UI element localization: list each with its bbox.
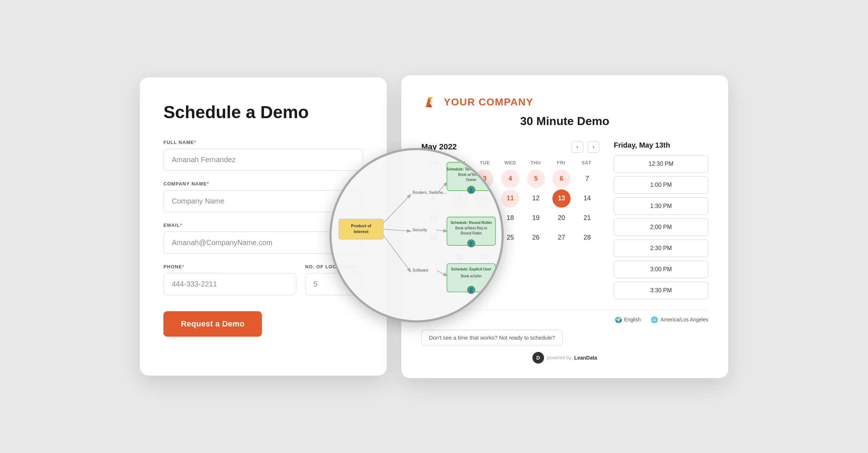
timezone-selector[interactable]: 🌐 America/Los Angeles (651, 316, 708, 323)
full-name-input[interactable] (163, 149, 363, 171)
svg-text:Interest: Interest (354, 229, 368, 234)
calendar-date[interactable]: 6 (552, 170, 571, 188)
svg-line-13 (436, 230, 447, 231)
flow-diagram-overlay: Product of Interest Routers, Switche... … (329, 148, 504, 322)
full-name-label: FULL NAME* (163, 140, 363, 145)
main-container: Schedule a Demo FULL NAME* COMPANY NAME*… (0, 0, 868, 453)
timezone-icon: 🌐 (651, 316, 658, 323)
calendar-date[interactable]: 26 (527, 229, 545, 247)
company-name-label: COMPANY NAME* (163, 181, 363, 187)
time-slot-button[interactable]: 1:00 PM (614, 176, 708, 194)
day-tue: TUE (472, 160, 498, 165)
calendar-date[interactable]: 7 (578, 170, 596, 188)
day-fri: FRI (548, 160, 574, 165)
time-slots-panel: Friday, May 13th 12:30 PM1:00 PM1:30 PM2… (614, 141, 708, 303)
full-name-group: FULL NAME* (163, 140, 363, 171)
company-logo-icon (421, 93, 439, 111)
company-name-group: COMPANY NAME* (163, 181, 363, 212)
calendar-header: May 2022 ‹ › (421, 141, 599, 153)
svg-text:Schedule: Round Robin: Schedule: Round Robin (451, 221, 492, 225)
calendar-footer: 🌍 English 🌐 America/Los Angeles (421, 310, 708, 323)
prev-month-button[interactable]: ‹ (572, 141, 583, 153)
phone-input[interactable] (163, 273, 296, 295)
company-header: YOUR COMPANY (421, 93, 708, 111)
next-month-button[interactable]: › (588, 141, 599, 153)
svg-text:👤: 👤 (469, 241, 474, 246)
company-name-label: YOUR COMPANY (444, 96, 534, 108)
calendar-date[interactable]: 5 (527, 170, 545, 188)
time-slot-button[interactable]: 3:00 PM (614, 261, 708, 278)
calendar-date[interactable]: 14 (578, 189, 596, 208)
calendar-date[interactable]: 25 (501, 229, 519, 247)
svg-line-14 (437, 270, 447, 276)
language-label: English (624, 317, 641, 322)
svg-text:Schedule: Explicit User: Schedule: Explicit User (451, 267, 491, 271)
calendar-date[interactable]: 12 (527, 189, 545, 208)
demo-title: 30 Minute Demo (421, 115, 708, 128)
calendar-date[interactable]: 27 (552, 229, 571, 247)
submit-button[interactable]: Request a Demo (163, 311, 262, 337)
svg-line-8 (384, 235, 411, 272)
svg-rect-3 (339, 219, 384, 239)
brand-name: LeanData (574, 355, 597, 361)
svg-line-7 (384, 229, 411, 231)
calendar-date[interactable]: 11 (501, 189, 519, 208)
form-title: Schedule a Demo (163, 103, 363, 122)
powered-by: D powered by LeanData (421, 352, 708, 364)
calendar-date[interactable]: 21 (578, 209, 596, 227)
selected-date-label: Friday, May 13th (614, 141, 708, 149)
day-sat: SAT (574, 160, 599, 165)
leandata-logo: D (532, 352, 544, 364)
svg-text:Book w/Next Rep in: Book w/Next Rep in (455, 226, 487, 230)
calendar-date[interactable]: 28 (578, 229, 596, 247)
svg-text:Product of: Product of (351, 224, 372, 228)
calendar-navigation: ‹ › (572, 141, 599, 153)
not-ready-text: Don't see a time that works? Not ready t… (429, 334, 555, 341)
calendar-date[interactable]: 13 (552, 189, 571, 208)
calendar-date[interactable]: 4 (501, 170, 519, 188)
svg-line-6 (384, 195, 411, 223)
time-slot-button[interactable]: 2:30 PM (614, 240, 708, 257)
svg-text:Routers, Switche...: Routers, Switche... (413, 190, 446, 195)
not-ready-box[interactable]: Don't see a time that works? Not ready t… (421, 330, 563, 345)
svg-text:👤: 👤 (469, 188, 474, 193)
day-thu: THU (523, 160, 548, 165)
svg-text:👤: 👤 (469, 288, 474, 293)
svg-text:Round Robin: Round Robin (461, 231, 482, 235)
calendar-date[interactable]: 20 (552, 209, 571, 227)
time-slot-button[interactable]: 12:30 PM (614, 155, 708, 173)
calendar-date[interactable]: 18 (501, 209, 519, 227)
timezone-label: America/Los Angeles (660, 317, 708, 322)
powered-by-label: powered by (547, 355, 571, 360)
time-slot-button[interactable]: 2:00 PM (614, 219, 708, 236)
phone-label: PHONE* (163, 264, 296, 269)
svg-text:Owner: Owner (466, 178, 477, 182)
svg-text:Security: Security (413, 228, 427, 232)
time-slot-button[interactable]: 1:30 PM (614, 197, 708, 215)
time-slots-container: 12:30 PM1:00 PM1:30 PM2:00 PM2:30 PM3:00… (614, 155, 708, 299)
svg-text:Software: Software (413, 268, 429, 272)
flow-diagram-svg: Product of Interest Routers, Switche... … (332, 150, 502, 320)
language-selector[interactable]: 🌍 English (615, 316, 641, 323)
svg-text:Book w/John: Book w/John (461, 274, 482, 278)
day-wed: WED (498, 160, 523, 165)
phone-locations-row: PHONE* NO. OF LOCATIONS* (163, 264, 363, 305)
language-icon: 🌍 (615, 316, 622, 323)
phone-group: PHONE* (163, 264, 296, 295)
calendar-date[interactable]: 19 (527, 209, 545, 227)
time-slot-button[interactable]: 3:30 PM (614, 282, 708, 299)
